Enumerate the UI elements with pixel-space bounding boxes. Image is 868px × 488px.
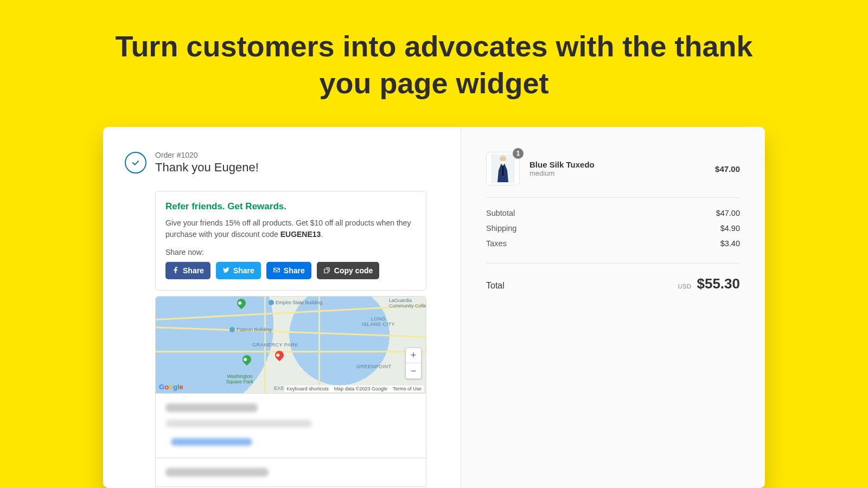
product-name: Blue Silk Tuxedo [529,160,705,169]
order-summary-pane: 1 Blue Silk Tuxedo medium $47.00 Subtota… [461,127,765,488]
divider [486,263,740,264]
taxes-label: Taxes [486,239,507,248]
order-map[interactable]: Empire State Building Flatiron Building … [155,296,426,394]
total-row: Total USD $55.30 [486,271,740,292]
tuxedo-icon [491,154,515,183]
map-terms-link[interactable]: Terms of Use [393,386,422,391]
order-number: Order #1020 [155,151,259,159]
total-label: Total [486,281,505,291]
copy-code-button[interactable]: Copy code [317,262,380,279]
map-label-lic: LONG ISLAND CITY [362,316,395,327]
subtotal-value: $47.00 [716,209,740,217]
subtotal-label: Subtotal [486,209,515,217]
product-variant: medium [529,169,705,177]
taxes-row: Taxes $3.40 [486,236,740,251]
referral-widget: Refer friends. Get Rewards. Give your fr… [155,191,426,291]
product-price: $47.00 [715,164,740,174]
map-poi-empire-state: Empire State Building [269,300,323,305]
share-email-button[interactable]: Share [266,262,311,279]
quantity-badge: 1 [513,148,524,159]
map-zoom-out-button[interactable]: − [406,363,421,378]
divider [486,197,740,198]
share-twitter-button[interactable]: Share [216,262,261,279]
share-facebook-button[interactable]: Share [165,262,210,279]
left-pane: Order #1020 Thank you Eugene! Refer frie… [103,127,461,488]
map-label-greenpoint: GREENPOINT [356,364,392,369]
map-poi-flatiron: Flatiron Building [229,327,272,332]
page-headline: Turn customers into advocates with the t… [108,0,760,101]
checkout-card: Order #1020 Thank you Eugene! Refer frie… [103,127,765,488]
share-email-label: Share [284,266,305,275]
google-logo-icon: Google [159,383,183,391]
shipping-value: $4.90 [720,224,740,233]
taxes-value: $3.40 [720,239,740,248]
map-keyboard-link[interactable]: Keyboard shortcuts [286,386,329,391]
map-zoom-in-button[interactable]: + [406,348,421,363]
copy-code-label: Copy code [334,266,373,275]
map-zoom-control: + − [405,348,422,379]
copy-icon [323,266,331,275]
subtotal-row: Subtotal $47.00 [486,206,740,221]
thank-you-heading: Thank you Eugene! [155,160,259,175]
blurred-content-block-2 [155,458,426,487]
email-icon [273,266,280,275]
product-thumbnail: 1 [486,152,520,185]
referral-description: Give your friends 15% off all products. … [165,217,416,240]
map-data-text: Map data ©2023 Google [334,386,387,391]
share-now-label: Share now: [165,248,416,256]
checkmark-icon [125,152,146,174]
product-line-item: 1 Blue Silk Tuxedo medium $47.00 [486,152,740,185]
shipping-row: Shipping $4.90 [486,221,740,236]
share-facebook-label: Share [183,266,204,275]
shipping-label: Shipping [486,224,516,233]
map-attribution: Keyboard shortcuts Map data ©2023 Google… [284,386,424,392]
total-amount: $55.30 [697,275,740,292]
map-label-gramercy: GRAMERCY PARK [252,342,298,348]
map-label-wsp: Washington Square Park [226,374,253,384]
facebook-icon [172,266,180,275]
total-currency: USD [678,283,692,290]
twitter-icon [222,266,230,275]
share-twitter-label: Share [233,266,254,275]
referral-title: Refer friends. Get Rewards. [165,201,416,212]
referral-code: EUGENE13 [280,230,321,239]
blurred-content-block [155,394,426,458]
map-label-laguardia: LaGuardia Community College [389,298,426,309]
referral-desc-tail: . [321,230,323,239]
